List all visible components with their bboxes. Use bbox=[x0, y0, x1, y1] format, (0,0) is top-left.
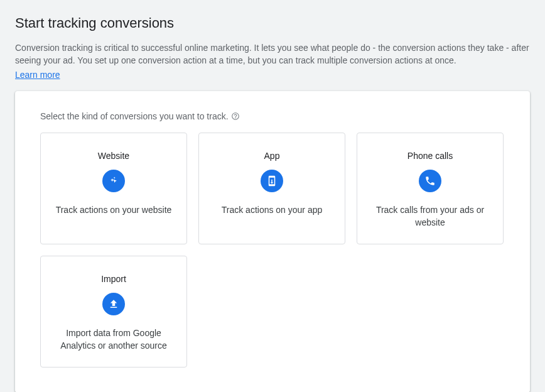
page-title: Start tracking conversions bbox=[15, 15, 530, 31]
learn-more-link[interactable]: Learn more bbox=[15, 70, 60, 80]
option-title: Website bbox=[98, 151, 129, 161]
select-label: Select the kind of conversions you want … bbox=[40, 111, 505, 121]
option-import[interactable]: Import Import data from Google Analytics… bbox=[40, 256, 187, 368]
cursor-click-icon bbox=[102, 170, 125, 192]
option-app[interactable]: App Track actions on your app bbox=[198, 133, 345, 244]
option-website[interactable]: Website Track actions on your website bbox=[40, 133, 187, 244]
phone-call-icon bbox=[419, 170, 441, 192]
option-title: Import bbox=[101, 274, 126, 284]
select-label-text: Select the kind of conversions you want … bbox=[40, 111, 229, 121]
upload-icon bbox=[102, 293, 125, 315]
option-description: Track calls from your ads or website bbox=[367, 204, 493, 229]
help-icon[interactable] bbox=[231, 112, 240, 121]
conversion-panel: Select the kind of conversions you want … bbox=[15, 91, 530, 392]
option-description: Track actions on your website bbox=[56, 204, 172, 216]
page-description: Conversion tracking is critical to succe… bbox=[15, 41, 530, 67]
option-phone-calls[interactable]: Phone calls Track calls from your ads or… bbox=[357, 133, 504, 244]
phone-app-icon bbox=[261, 170, 283, 192]
option-title: App bbox=[264, 151, 280, 161]
option-title: Phone calls bbox=[407, 151, 453, 161]
option-description: Import data from Google Analytics or ano… bbox=[51, 327, 176, 352]
option-description: Track actions on your app bbox=[222, 204, 323, 216]
